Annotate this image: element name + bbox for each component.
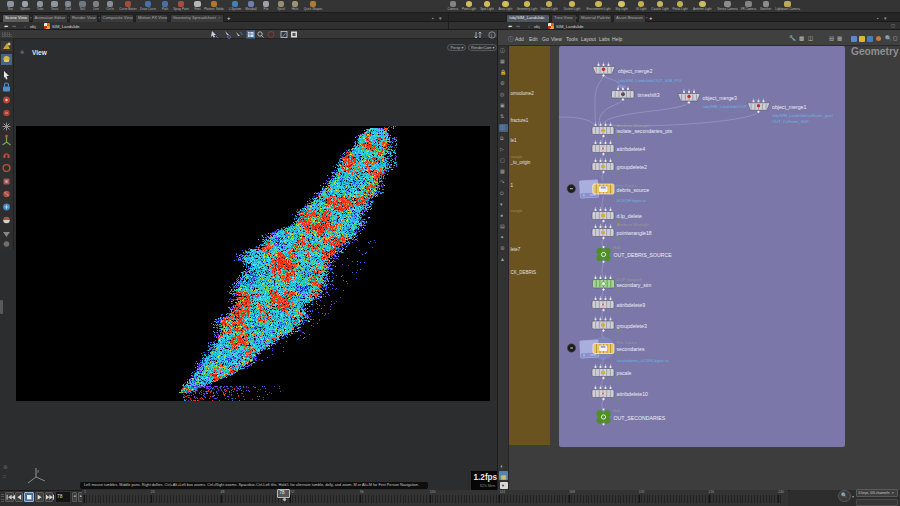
svg-text:Attribute Wrangle: Attribute Wrangle	[617, 222, 650, 227]
svg-text:secondaries_v1.5F4.bgeo.sc: secondaries_v1.5F4.bgeo.sc	[617, 358, 669, 363]
svg-text:_to_origin: _to_origin	[510, 160, 531, 165]
svg-text:Attribute Wrangle: Attribute Wrangle	[617, 123, 650, 128]
svg-text:Null: Null	[613, 408, 620, 413]
svg-text:riangle: riangle	[511, 154, 524, 159]
svg-text:CK_DEBRIS: CK_DEBRIS	[511, 270, 537, 275]
svg-text:fracture1: fracture1	[511, 118, 529, 123]
svg-text:OUT_Collision_SDF: OUT_Collision_SDF	[772, 119, 809, 124]
svg-text:d.lp_delete: d.lp_delete	[617, 213, 642, 219]
svg-text:groupdelete2: groupdelete2	[617, 164, 647, 170]
svg-text:y: y	[37, 468, 39, 473]
svg-text:attribdelete10: attribdelete10	[617, 391, 649, 397]
svg-text:object_merge2: object_merge2	[618, 68, 652, 74]
svg-text:debris_source: debris_source	[617, 187, 650, 193]
svg-text:i: i	[491, 32, 492, 38]
svg-text:File Cache: File Cache	[617, 340, 638, 345]
svg-text:lete7: lete7	[511, 247, 521, 252]
svg-text:/obj/SIM_Landslide/OUT_SIM_POI: /obj/SIM_Landslide/OUT_SIM_POI	[618, 78, 681, 83]
svg-text:groupdelete3: groupdelete3	[617, 323, 647, 329]
svg-text:pscale: pscale	[617, 370, 632, 376]
svg-text:pointwrangle18: pointwrangle18	[617, 230, 652, 236]
svg-text:attribdelete9: attribdelete9	[617, 302, 646, 308]
svg-text:OUT_DEBRIS_SOURCE: OUT_DEBRIS_SOURCE	[614, 252, 673, 258]
svg-text:object_merge1: object_merge1	[772, 104, 806, 110]
svg-text:OUT_SECONDARIES: OUT_SECONDARIES	[614, 415, 666, 421]
svg-text:omvolume2: omvolume2	[511, 91, 535, 96]
svg-text:isolate_secondaries_pts: isolate_secondaries_pts	[617, 128, 673, 134]
svg-text:secondaries: secondaries	[617, 346, 645, 352]
svg-text:secondary_sim: secondary_sim	[617, 282, 652, 288]
svg-text:riangle: riangle	[511, 208, 524, 213]
svg-text:object_merge3: object_merge3	[703, 95, 737, 101]
svg-text:SOS.SF.bgeo.sc: SOS.SF.bgeo.sc	[617, 198, 647, 203]
svg-text:timeshift3: timeshift3	[638, 92, 660, 98]
svg-text:/obj/SIM_Landslide/collision_g: /obj/SIM_Landslide/collision_geo/	[772, 113, 834, 118]
svg-text:Null: Null	[613, 245, 620, 250]
svg-text:le1: le1	[511, 138, 518, 143]
svg-text:attribdelete4: attribdelete4	[617, 146, 646, 152]
